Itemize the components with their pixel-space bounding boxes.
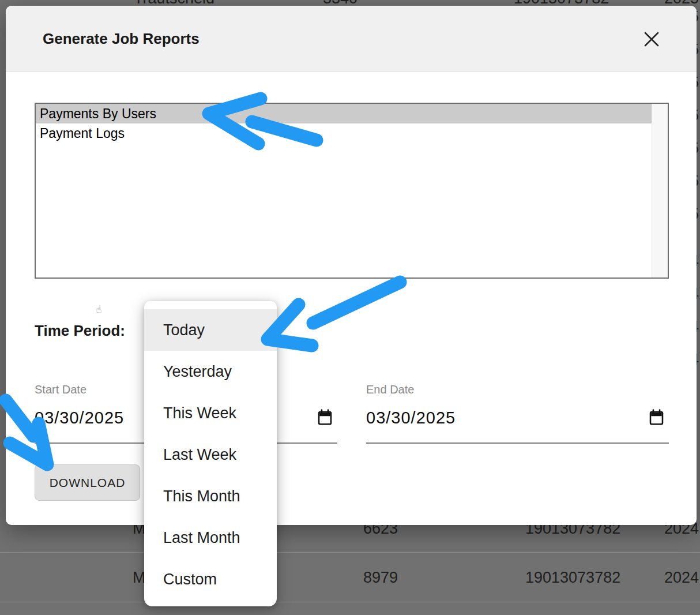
listbox-option-payments-by-users[interactable]: Payments By Users [36, 104, 652, 123]
start-date-input[interactable]: 03/30/2025 [35, 408, 124, 427]
table-row-divider [0, 602, 700, 602]
listbox-scrollbar[interactable] [652, 104, 668, 278]
close-icon [643, 31, 660, 48]
hand-cursor-icon: ☝ [95, 303, 103, 316]
table-row-divider [0, 552, 700, 553]
dropdown-option-last-week[interactable]: Last Week [144, 434, 277, 475]
dialog-header: Generate Job Reports [6, 6, 697, 72]
time-period-label: Time Period: [35, 321, 125, 340]
dropdown-option-today[interactable]: Today [144, 309, 277, 351]
report-type-listbox[interactable]: Payments By Users Payment Logs [35, 103, 669, 279]
dropdown-option-custom[interactable]: Custom [144, 558, 277, 600]
dropdown-option-this-week[interactable]: This Week [144, 392, 277, 434]
download-button[interactable]: DOWNLOAD [35, 464, 140, 501]
close-button[interactable] [640, 28, 663, 51]
table-cell: 8979 [363, 569, 398, 587]
listbox-option-payment-logs[interactable]: Payment Logs [36, 123, 652, 143]
calendar-icon[interactable] [649, 409, 664, 428]
end-date-field: End Date 03/30/2025 [366, 381, 669, 444]
table-cell: 2024 [664, 569, 699, 587]
calendar-icon[interactable] [317, 409, 333, 428]
input-underline [366, 442, 669, 444]
time-period-dropdown: Today Yesterday This Week Last Week This… [144, 301, 277, 606]
table-cell: 19013073782 [525, 569, 620, 587]
end-date-label: End Date [366, 383, 414, 396]
generate-job-reports-dialog: Generate Job Reports Payments By Users P… [6, 6, 697, 525]
dropdown-option-last-month[interactable]: Last Month [144, 517, 277, 558]
dropdown-option-yesterday[interactable]: Yesterday [144, 351, 277, 392]
start-date-label: Start Date [35, 383, 86, 396]
end-date-input[interactable]: 03/30/2025 [366, 408, 456, 427]
dialog-title: Generate Job Reports [43, 6, 200, 72]
dropdown-option-this-month[interactable]: This Month [144, 475, 277, 517]
